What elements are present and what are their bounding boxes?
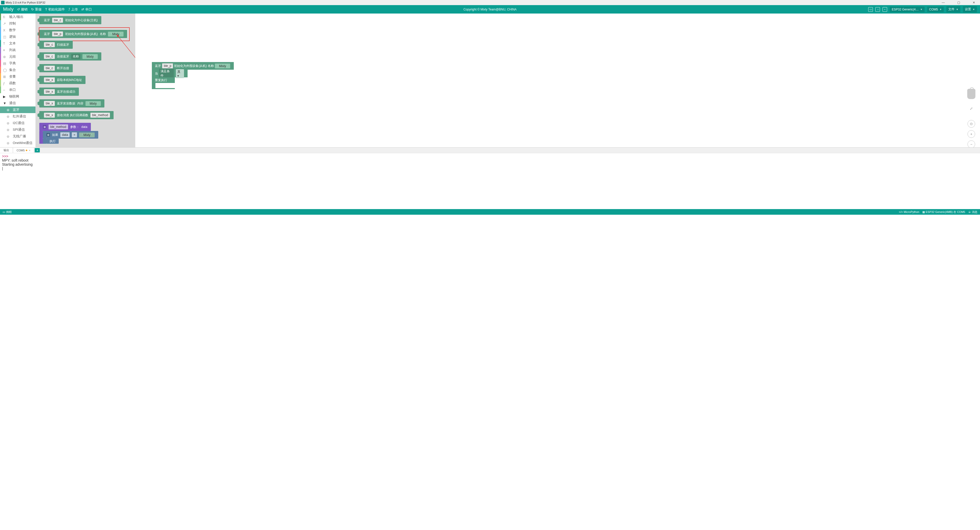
ws-block-repeat-label: 重复执行 <box>152 77 175 83</box>
fullscreen-icon[interactable]: ⤢ <box>969 106 974 111</box>
console-tabs: 输出 COM5× + <box>0 147 980 153</box>
cat-text[interactable]: T文本 <box>0 40 35 47</box>
gear-icon[interactable]: ✿ <box>46 133 50 137</box>
arrow-down-icon: ▼ <box>3 101 8 105</box>
close-tab-icon[interactable]: × <box>29 149 30 152</box>
cat-func[interactable]: ƒ函数 <box>0 80 35 86</box>
console-output[interactable]: >>> MPY: soft reboot Starting advertisin… <box>0 153 980 209</box>
cat-list[interactable]: ≡列表 <box>0 47 35 53</box>
view-button-2[interactable]: ⫞ <box>875 7 880 12</box>
view-button-3[interactable]: ⫟ <box>883 7 887 12</box>
sub-ir[interactable]: ⊚红外通信 <box>0 113 35 120</box>
logo: Mixly <box>3 6 14 12</box>
sub-spi[interactable]: ⊚SPI通信 <box>0 126 35 133</box>
var-icon: ⊞ <box>3 75 8 79</box>
cat-math[interactable]: Ⅹ数学 <box>0 27 35 33</box>
gear-icon[interactable]: ✿ <box>43 125 46 129</box>
cat-dict[interactable]: ▤字典 <box>0 60 35 67</box>
canvas-controls: ⤢ ⊙ + − <box>967 89 975 147</box>
block-if[interactable]: ✿ 如果 data = Mixly <box>43 131 98 138</box>
block-bt-connect[interactable]: ble_c 连接蓝牙 名称 Mixly <box>39 53 101 60</box>
minimize-button[interactable]: — <box>938 1 948 4</box>
settings-menu[interactable]: 设置▼ <box>963 6 977 13</box>
cat-var[interactable]: ⊞变量 <box>0 73 35 80</box>
init-icon: T <box>45 7 47 11</box>
block-bt-init-peripheral[interactable]: 蓝牙 ble_p 初始化为外围设备(从机) 名称 Mixly <box>39 30 127 38</box>
bell-icon: 🕭 <box>968 210 971 213</box>
sub-i2c[interactable]: ⊚I2C通信 <box>0 120 35 126</box>
tab-output[interactable]: 输出 <box>0 148 13 153</box>
doc-icon: ▭ <box>3 210 5 214</box>
example-button[interactable]: 例程 <box>6 210 12 214</box>
block-bt-send[interactable]: ble_x 蓝牙发送数据 内容 Mixly <box>39 99 104 107</box>
cat-iot[interactable]: ▶物联网 <box>0 93 35 100</box>
arrow-right-icon: ▶ <box>3 95 8 99</box>
tab-com5[interactable]: COM5× <box>13 148 34 153</box>
upload-icon: ⤴ <box>68 7 70 11</box>
unsaved-dot-icon <box>26 150 27 151</box>
wireless-icon: ⊚ <box>6 108 11 112</box>
block-def-method[interactable]: ✿ ble_method 参数： data <box>39 123 91 131</box>
block-bt-mac[interactable]: ble_x 获取本机MAC地址 <box>39 76 86 84</box>
copyright-text: Copyright © Mixly Team@BNU, CHINA <box>463 8 517 11</box>
serial-icon: ⇄ <box>81 7 84 11</box>
cat-serial[interactable]: ⎓串口 <box>0 86 35 93</box>
sub-radio[interactable]: ⊚无线广播 <box>0 133 35 140</box>
bool-dropdown[interactable]: 真 ▾ <box>176 69 184 78</box>
menubar: Mixly ↺撤销 ↻重做 T初始化固件 ⤴上传 ⇄串口 Copyright ©… <box>0 5 980 14</box>
ws-block-body-slot[interactable] <box>152 83 175 89</box>
backpack-button[interactable] <box>967 89 975 99</box>
workspace-canvas[interactable]: 蓝牙 ble_p 初始化为外围设备(从机) 名称 Mixly 当 满足条件 真 … <box>135 14 980 147</box>
cat-io[interactable]: ⎘输入/输出 <box>0 14 35 20</box>
undo-button[interactable]: ↺撤销 <box>17 7 27 12</box>
maximize-button[interactable]: ▢ <box>953 1 964 4</box>
block-if-do: 执行 <box>46 138 59 144</box>
cat-set[interactable]: ◯集合 <box>0 67 35 73</box>
window-title: Mixly 2.0 rc4 For Python ESP32 <box>6 1 45 4</box>
chevron-down-icon: ▼ <box>939 8 942 11</box>
add-tab-button[interactable]: + <box>35 148 40 153</box>
message-button[interactable]: 🕭 消息 <box>968 210 977 214</box>
zoom-out-button[interactable]: − <box>967 140 975 147</box>
sub-bluetooth[interactable]: ⊚蓝牙 <box>0 107 35 113</box>
block-bt-scan[interactable]: ble_c 扫描蓝牙 <box>39 41 73 49</box>
ws-block-while[interactable]: 当 满足条件 真 ▾ <box>152 70 188 77</box>
control-icon: ↗ <box>3 22 8 25</box>
file-menu[interactable]: 文件▼ <box>946 6 960 13</box>
cat-control[interactable]: ↗控制 <box>0 20 35 27</box>
block-bt-init-central[interactable]: 蓝牙 ble_c 初始化为中心设备(主机) <box>39 16 101 24</box>
func-icon: ƒ <box>3 81 8 85</box>
port-select[interactable]: COM5▼ <box>927 6 944 12</box>
chevron-down-icon: ▼ <box>956 8 958 11</box>
board-select[interactable]: ESP32 Generic(4…▼ <box>890 6 924 12</box>
workspace-stack[interactable]: 蓝牙 ble_p 初始化为外围设备(从机) 名称 Mixly 当 满足条件 真 … <box>152 62 234 89</box>
redo-button[interactable]: ↻重做 <box>31 7 41 12</box>
view-button-1[interactable]: ▭ <box>868 7 873 12</box>
cat-comm[interactable]: ▼通信 <box>0 100 35 107</box>
code-icon: </> <box>899 210 903 213</box>
titlebar: Mixly 2.0 rc4 For Python ESP32 — ▢ ✕ <box>0 0 980 5</box>
upload-button[interactable]: ⤴上传 <box>68 7 78 12</box>
set-icon: ◯ <box>3 68 8 72</box>
close-button[interactable]: ✕ <box>969 1 979 4</box>
io-icon: ⎘ <box>3 15 8 19</box>
block-bt-connected[interactable]: ble_x 蓝牙连接成功 <box>39 88 79 96</box>
wireless-icon: ⊚ <box>6 121 11 125</box>
chevron-down-icon: ▼ <box>973 8 975 11</box>
category-sidebar: ⎘输入/输出 ↗控制 Ⅹ数学 ◫逻辑 T文本 ≡列表 ⊚元组 ▤字典 ◯集合 ⊞… <box>0 14 36 147</box>
tuple-icon: ⊚ <box>3 55 8 59</box>
block-bt-disconnect[interactable]: ble_c 断开连接 <box>39 64 73 72</box>
init-firmware-button[interactable]: T初始化固件 <box>45 7 65 12</box>
center-button[interactable]: ⊙ <box>967 120 975 128</box>
cat-tuple[interactable]: ⊚元组 <box>0 53 35 60</box>
window-controls: — ▢ ✕ <box>938 1 979 4</box>
block-bt-recv[interactable]: ble_x 接收消息 执行回调函数 ble_method <box>39 111 114 119</box>
serial-button[interactable]: ⇄串口 <box>81 7 92 12</box>
cat-logic[interactable]: ◫逻辑 <box>0 33 35 40</box>
wireless-icon: ⊚ <box>6 135 11 138</box>
sub-onewire[interactable]: ⊚OneWire通信 <box>0 140 35 146</box>
logic-icon: ◫ <box>3 35 8 39</box>
wireless-icon: ⊚ <box>6 115 11 118</box>
undo-icon: ↺ <box>17 7 20 11</box>
zoom-in-button[interactable]: + <box>967 130 975 138</box>
